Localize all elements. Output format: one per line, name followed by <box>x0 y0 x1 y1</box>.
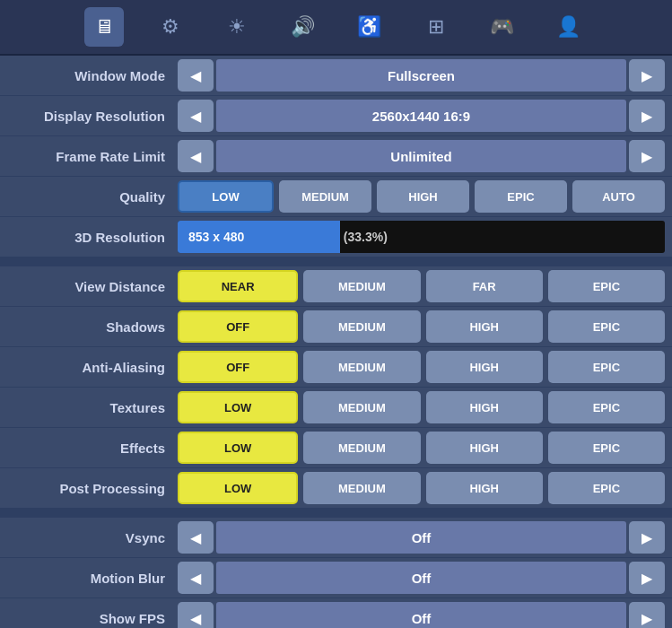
anti-aliasing-medium-button[interactable]: MEDIUM <box>303 351 420 383</box>
window-mode-left-arrow[interactable]: ◀ <box>178 59 214 92</box>
textures-medium-button[interactable]: MEDIUM <box>303 391 420 423</box>
resolution-3d-rest-text: (33.3%) <box>340 230 388 244</box>
textures-low-button[interactable]: LOW <box>178 391 298 423</box>
quality-epic-button[interactable]: EPIC <box>475 180 567 213</box>
frame-rate-limit-row: Frame Rate Limit ◀ Unlimited ▶ <box>0 136 672 177</box>
vsync-value: Off <box>216 521 626 554</box>
frame-rate-limit-control: ◀ Unlimited ▶ <box>178 140 665 172</box>
network-icon[interactable]: ⊞ <box>416 7 456 47</box>
section-gap-1 <box>0 257 672 266</box>
effects-button-group: LOW MEDIUM HIGH EPIC <box>178 432 665 464</box>
quality-row: Quality LOW MEDIUM HIGH EPIC AUTO <box>0 177 672 217</box>
vsync-left-arrow[interactable]: ◀ <box>178 521 214 554</box>
post-processing-high-button[interactable]: HIGH <box>426 472 543 504</box>
textures-row: Textures LOW MEDIUM HIGH EPIC <box>0 388 672 428</box>
window-mode-right-arrow[interactable]: ▶ <box>629 59 665 92</box>
window-mode-row: Window Mode ◀ Fullscreen ▶ <box>0 56 672 96</box>
display-resolution-label: Display Resolution <box>7 109 178 124</box>
post-processing-epic-button[interactable]: EPIC <box>548 472 665 504</box>
window-mode-value: Fullscreen <box>216 59 626 92</box>
anti-aliasing-row: Anti-Aliasing OFF MEDIUM HIGH EPIC <box>0 347 672 388</box>
textures-epic-button[interactable]: EPIC <box>548 391 665 423</box>
settings-content: Window Mode ◀ Fullscreen ▶ Display Resol… <box>0 56 672 628</box>
view-distance-far-button[interactable]: FAR <box>426 270 543 302</box>
frame-rate-limit-right-arrow[interactable]: ▶ <box>629 140 665 172</box>
resolution-3d-row: 3D Resolution 853 x 480 (33.3%) <box>0 217 672 257</box>
motion-blur-label: Motion Blur <box>7 571 178 586</box>
shadows-epic-button[interactable]: EPIC <box>548 310 665 343</box>
profile-icon[interactable]: 👤 <box>549 7 589 47</box>
vsync-control: ◀ Off ▶ <box>178 521 665 554</box>
vsync-label: Vsync <box>7 530 178 545</box>
vsync-right-arrow[interactable]: ▶ <box>629 521 665 554</box>
show-fps-value: Off <box>216 602 626 628</box>
display-resolution-row: Display Resolution ◀ 2560x1440 16:9 ▶ <box>0 96 672 136</box>
effects-label: Effects <box>7 440 178 456</box>
shadows-button-group: OFF MEDIUM HIGH EPIC <box>178 310 665 343</box>
effects-medium-button[interactable]: MEDIUM <box>303 432 420 464</box>
anti-aliasing-button-group: OFF MEDIUM HIGH EPIC <box>178 351 665 383</box>
frame-rate-limit-label: Frame Rate Limit <box>7 149 178 164</box>
display-resolution-right-arrow[interactable]: ▶ <box>629 100 665 132</box>
show-fps-right-arrow[interactable]: ▶ <box>629 602 665 628</box>
shadows-medium-button[interactable]: MEDIUM <box>303 310 420 343</box>
shadows-label: Shadows <box>7 319 178 335</box>
motion-blur-value: Off <box>216 562 626 594</box>
anti-aliasing-epic-button[interactable]: EPIC <box>548 351 665 383</box>
anti-aliasing-off-button[interactable]: OFF <box>178 351 298 383</box>
anti-aliasing-label: Anti-Aliasing <box>7 360 178 375</box>
post-processing-row: Post Processing LOW MEDIUM HIGH EPIC <box>0 468 672 509</box>
effects-high-button[interactable]: HIGH <box>426 432 543 464</box>
resolution-3d-fill-text: 853 x 480 <box>185 230 244 244</box>
view-distance-medium-button[interactable]: MEDIUM <box>303 270 420 302</box>
motion-blur-control: ◀ Off ▶ <box>178 562 665 594</box>
frame-rate-limit-value: Unlimited <box>216 140 626 172</box>
post-processing-low-button[interactable]: LOW <box>178 472 298 504</box>
window-mode-label: Window Mode <box>7 68 178 83</box>
shadows-off-button[interactable]: OFF <box>178 310 298 343</box>
post-processing-label: Post Processing <box>7 481 178 496</box>
show-fps-left-arrow[interactable]: ◀ <box>178 602 214 628</box>
effects-epic-button[interactable]: EPIC <box>548 432 665 464</box>
window-mode-control: ◀ Fullscreen ▶ <box>178 59 665 92</box>
textures-high-button[interactable]: HIGH <box>426 391 543 423</box>
quality-medium-button[interactable]: MEDIUM <box>279 180 371 213</box>
gear-icon[interactable]: ⚙ <box>151 7 190 47</box>
quality-button-group: LOW MEDIUM HIGH EPIC AUTO <box>178 180 665 213</box>
effects-row: Effects LOW MEDIUM HIGH EPIC <box>0 428 672 468</box>
resolution-3d-bar: 853 x 480 (33.3%) <box>178 221 665 253</box>
textures-label: Textures <box>7 400 178 415</box>
audio-icon[interactable]: 🔊 <box>284 7 323 47</box>
quality-low-button[interactable]: LOW <box>178 180 274 213</box>
shadows-high-button[interactable]: HIGH <box>426 310 543 343</box>
accessibility-icon[interactable]: ♿ <box>350 7 389 47</box>
view-distance-epic-button[interactable]: EPIC <box>548 270 665 302</box>
quality-label: Quality <box>7 189 178 205</box>
resolution-3d-fill: 853 x 480 <box>178 221 340 253</box>
frame-rate-limit-left-arrow[interactable]: ◀ <box>178 140 214 172</box>
view-distance-label: View Distance <box>7 279 178 294</box>
effects-low-button[interactable]: LOW <box>178 432 298 464</box>
anti-aliasing-high-button[interactable]: HIGH <box>426 351 543 383</box>
view-distance-button-group: NEAR MEDIUM FAR EPIC <box>178 270 665 302</box>
brightness-icon[interactable]: ☀ <box>217 7 257 47</box>
show-fps-row: Show FPS ◀ Off ▶ <box>0 598 672 628</box>
view-distance-near-button[interactable]: NEAR <box>178 270 298 302</box>
display-resolution-left-arrow[interactable]: ◀ <box>178 100 214 132</box>
vsync-row: Vsync ◀ Off ▶ <box>0 518 672 558</box>
quality-auto-button[interactable]: AUTO <box>572 180 665 213</box>
quality-high-button[interactable]: HIGH <box>377 180 469 213</box>
post-processing-medium-button[interactable]: MEDIUM <box>303 472 420 504</box>
shadows-row: Shadows OFF MEDIUM HIGH EPIC <box>0 307 672 347</box>
section-gap-2 <box>0 509 672 518</box>
textures-button-group: LOW MEDIUM HIGH EPIC <box>178 391 665 423</box>
gamepad-icon[interactable]: 🎮 <box>483 7 522 47</box>
motion-blur-left-arrow[interactable]: ◀ <box>178 562 214 594</box>
display-resolution-control: ◀ 2560x1440 16:9 ▶ <box>178 100 665 132</box>
motion-blur-right-arrow[interactable]: ▶ <box>629 562 665 594</box>
show-fps-control: ◀ Off ▶ <box>178 602 665 628</box>
post-processing-button-group: LOW MEDIUM HIGH EPIC <box>178 472 665 504</box>
display-resolution-value: 2560x1440 16:9 <box>216 100 626 132</box>
monitor-icon[interactable]: 🖥 <box>84 7 124 47</box>
top-navigation: 🖥 ⚙ ☀ 🔊 ♿ ⊞ 🎮 👤 <box>0 0 672 56</box>
